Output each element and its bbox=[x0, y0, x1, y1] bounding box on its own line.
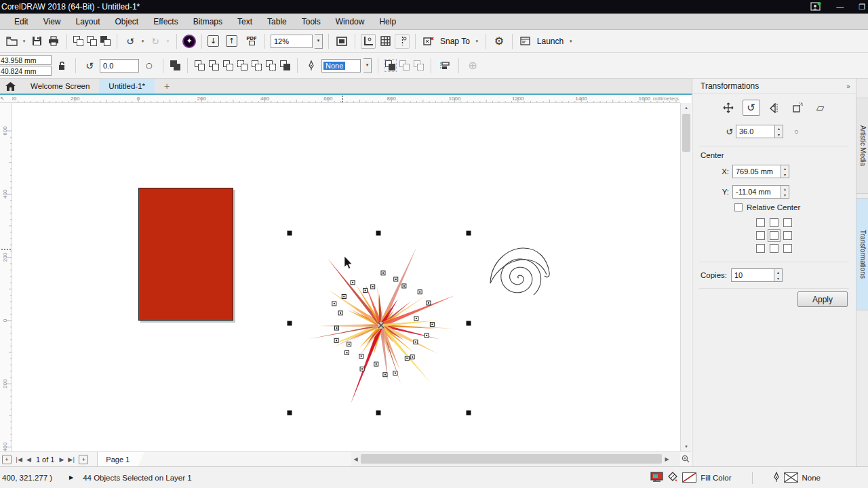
full-screen-preview-icon[interactable] bbox=[334, 34, 349, 49]
center-y-spinner[interactable]: ▴▾ bbox=[781, 185, 789, 199]
transform-skew-icon[interactable]: ▱ bbox=[812, 100, 829, 116]
mirror-icon[interactable]: ○ bbox=[142, 58, 157, 73]
horizontal-ruler[interactable]: 40020002004006008001000120014001600milli… bbox=[12, 95, 680, 103]
rotation-angle-input[interactable]: 0.0 bbox=[100, 59, 139, 73]
open-dropdown-icon[interactable]: ▾ bbox=[21, 39, 27, 44]
anchor-mid-right[interactable] bbox=[783, 231, 792, 240]
anchor-top-right[interactable] bbox=[783, 218, 792, 227]
restore-button[interactable]: ❐ bbox=[859, 3, 865, 12]
intersect-icon[interactable] bbox=[222, 60, 234, 71]
menu-item-window[interactable]: Window bbox=[328, 15, 372, 28]
tab-welcome-screen[interactable]: Welcome Screen bbox=[21, 79, 99, 94]
import-icon[interactable]: ↓ bbox=[208, 35, 219, 47]
zoom-dropdown-icon[interactable]: ▾ bbox=[315, 34, 323, 49]
launch-icon[interactable] bbox=[518, 34, 533, 49]
outline-width-dropdown-icon[interactable]: ▾ bbox=[363, 58, 372, 73]
search-content-icon[interactable]: ✦ bbox=[182, 35, 196, 48]
next-page-icon[interactable]: ▶ bbox=[57, 456, 66, 463]
publish-to-pdf-icon[interactable]: PDF bbox=[244, 34, 259, 49]
save-icon[interactable] bbox=[29, 34, 44, 49]
anchor-top-center[interactable] bbox=[770, 218, 778, 227]
center-y-input[interactable]: -11.04 mm bbox=[732, 185, 781, 199]
align-distribute-icon[interactable] bbox=[437, 58, 452, 73]
object-width-input[interactable]: 43.958 mm bbox=[0, 55, 52, 65]
home-icon[interactable] bbox=[0, 79, 21, 94]
export-icon[interactable]: ↑ bbox=[226, 35, 237, 47]
first-page-icon[interactable]: |◀ bbox=[14, 456, 24, 463]
anchor-bottom-left[interactable] bbox=[756, 244, 765, 253]
menu-item-bitmaps[interactable]: Bitmaps bbox=[186, 15, 230, 28]
outline-width-input[interactable]: None bbox=[321, 59, 361, 73]
order-icon[interactable] bbox=[170, 60, 181, 71]
back-minus-front-icon[interactable] bbox=[265, 60, 277, 71]
outline-pen-status-icon[interactable] bbox=[773, 472, 780, 484]
menu-item-effects[interactable]: Effects bbox=[146, 15, 185, 28]
menu-item-text[interactable]: Text bbox=[230, 15, 260, 28]
undo-icon[interactable]: ↺ bbox=[123, 34, 138, 49]
minimize-button[interactable]: — bbox=[836, 3, 844, 11]
lock-ratio-icon[interactable] bbox=[54, 58, 69, 73]
relative-center-checkbox[interactable] bbox=[734, 203, 743, 211]
snap-to-label[interactable]: Snap To bbox=[438, 37, 472, 46]
center-x-input[interactable]: 769.05 mm bbox=[732, 165, 781, 178]
anchor-bottom-right[interactable] bbox=[783, 244, 792, 253]
menu-item-help[interactable]: Help bbox=[372, 15, 403, 28]
open-document-icon[interactable] bbox=[4, 34, 19, 49]
show-grid-icon[interactable] bbox=[378, 34, 393, 49]
document-navigator-icon[interactable] bbox=[680, 451, 691, 466]
weld-icon[interactable] bbox=[194, 60, 205, 71]
angle-spinner[interactable]: ▴▾ bbox=[775, 125, 783, 138]
menu-item-layout[interactable]: Layout bbox=[68, 15, 107, 28]
show-rulers-icon[interactable] bbox=[361, 34, 376, 49]
add-page-before-button[interactable]: + bbox=[2, 455, 12, 464]
menu-item-object[interactable]: Object bbox=[108, 15, 146, 28]
previous-page-icon[interactable]: ◀ bbox=[24, 456, 33, 463]
snap-off-icon[interactable] bbox=[421, 34, 436, 49]
scroll-right-icon[interactable]: ▶ bbox=[663, 456, 671, 462]
canvas-objects[interactable] bbox=[12, 103, 680, 451]
copy-icon[interactable] bbox=[86, 35, 98, 47]
paste-icon[interactable] bbox=[100, 35, 111, 47]
menu-item-table[interactable]: Table bbox=[260, 15, 294, 28]
status-expand-icon[interactable]: ▶ bbox=[60, 474, 83, 481]
new-tab-button[interactable]: + bbox=[155, 79, 179, 94]
account-icon[interactable] bbox=[810, 2, 821, 12]
print-icon[interactable] bbox=[46, 34, 61, 49]
copies-spinner[interactable]: ▴▾ bbox=[774, 268, 783, 282]
horizontal-scrollbar[interactable]: ◀ ▶ bbox=[351, 452, 680, 466]
create-boundary-icon[interactable] bbox=[279, 60, 291, 71]
undo-dropdown-icon[interactable]: ▾ bbox=[140, 39, 146, 44]
transform-scale-mirror-icon[interactable] bbox=[766, 100, 783, 116]
spiral-object[interactable] bbox=[490, 248, 549, 295]
tab-untitled-1[interactable]: Untitled-1* bbox=[99, 79, 155, 94]
menu-item-edit[interactable]: Edit bbox=[7, 15, 36, 28]
docker-angle-input[interactable]: 36.0 bbox=[736, 125, 775, 138]
add-page-after-button[interactable]: + bbox=[79, 455, 88, 464]
object-height-input[interactable]: 40.824 mm bbox=[0, 66, 52, 76]
anchor-center[interactable] bbox=[770, 231, 778, 240]
vertical-scroll-thumb[interactable] bbox=[682, 114, 690, 152]
page-1-tab[interactable]: Page 1 bbox=[97, 452, 144, 467]
scroll-up-icon[interactable]: ▴ bbox=[681, 103, 692, 113]
fill-color-swatch[interactable] bbox=[682, 472, 696, 483]
anchor-mid-left[interactable] bbox=[756, 231, 765, 240]
docker-tab-artistic-media[interactable]: Artistic Media bbox=[856, 98, 868, 194]
trim-icon[interactable] bbox=[208, 60, 220, 71]
apply-button[interactable]: Apply bbox=[797, 291, 848, 307]
zoom-level-input[interactable]: 12% bbox=[271, 35, 313, 48]
group-objects-icon[interactable] bbox=[384, 60, 396, 71]
transform-rotate-icon[interactable]: ↺ bbox=[743, 100, 760, 116]
horizontal-scroll-thumb[interactable] bbox=[361, 454, 662, 464]
vertical-scrollbar[interactable]: ▴ ▾ bbox=[680, 103, 691, 451]
drawing-canvas[interactable] bbox=[12, 103, 680, 451]
color-proof-icon[interactable] bbox=[650, 472, 663, 483]
copies-input[interactable]: 10 bbox=[731, 268, 774, 282]
show-guidelines-icon[interactable] bbox=[395, 34, 410, 49]
front-minus-back-icon[interactable] bbox=[251, 60, 262, 71]
scroll-left-icon[interactable]: ◀ bbox=[351, 456, 360, 462]
last-page-icon[interactable]: ▶| bbox=[66, 456, 77, 463]
cut-icon[interactable] bbox=[73, 35, 84, 47]
menu-item-view[interactable]: View bbox=[36, 15, 68, 28]
launch-label[interactable]: Launch bbox=[535, 37, 566, 46]
options-gear-icon[interactable]: ⚙ bbox=[492, 34, 507, 49]
